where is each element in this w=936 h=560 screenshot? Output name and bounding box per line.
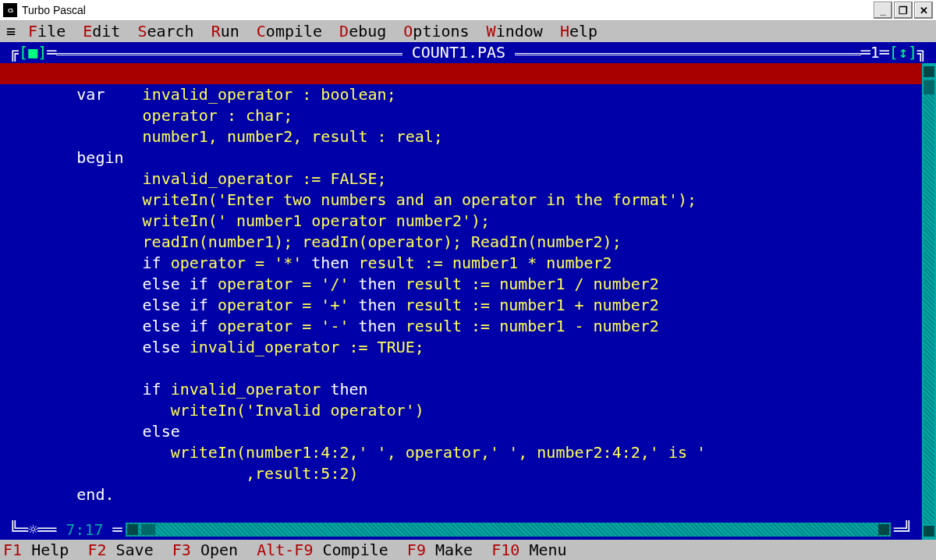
code-line: writeIn('Invalid operator') (11, 400, 922, 421)
code-line: end. (11, 484, 922, 505)
menu-bar: ≡ FileEditSearchRunCompileDebugOptionsWi… (0, 21, 936, 42)
code-line: else if operator = '+' then result := nu… (11, 295, 922, 316)
editor-close-box[interactable]: [■] (19, 43, 47, 62)
code-line: writeIn(number1:4:2,' ', operator,' ', n… (11, 442, 922, 463)
close-button[interactable]: ✕ (914, 2, 933, 19)
shortcut-key[interactable]: F10 (491, 541, 519, 559)
menu-item-compile[interactable]: Compile (257, 22, 322, 41)
editor-frame-top: ╔[■]═ COUNT1.PAS ═1═[↕]╗ (0, 42, 936, 63)
shortcut-key[interactable]: F2 (87, 541, 106, 559)
code-line: number1, number2, result : real; (11, 126, 922, 147)
code-line: else invalid_operator := TRUE; (11, 337, 922, 358)
code-line: operator : char; (11, 105, 922, 126)
dos-screen: ≡ FileEditSearchRunCompileDebugOptionsWi… (0, 21, 936, 560)
code-line (11, 358, 922, 379)
shortcut-label[interactable]: Help (22, 541, 87, 559)
editor-zoom-box[interactable]: [↕] (889, 43, 917, 62)
code-line: var invalid_operator : boolean; (11, 84, 922, 105)
hscroll-thumb[interactable] (141, 524, 155, 535)
editor-window-number: 1 (870, 43, 880, 62)
menu-item-window[interactable]: Window (487, 22, 543, 41)
vscroll-thumb[interactable] (924, 80, 934, 94)
code-line: else if operator = '-' then result := nu… (11, 316, 922, 337)
code-line: else (11, 421, 922, 442)
code-line: writeIn('Enter two numbers and an operat… (11, 190, 922, 211)
window-buttons: _ ❐ ✕ (874, 2, 933, 19)
code-line: if invalid_operator then (11, 379, 922, 400)
code-line: begin (11, 147, 922, 168)
shortcut-label[interactable]: Make (426, 541, 491, 559)
code-line: writeIn(' number1 operator number2'); (11, 211, 922, 232)
menu-item-file[interactable]: File (28, 22, 66, 41)
code-line: else if operator = '/' then result := nu… (11, 274, 922, 295)
os-titlebar: C\ Turbo Pascal _ ❐ ✕ (0, 0, 936, 21)
menu-item-search[interactable]: Search (137, 22, 193, 41)
window-title: Turbo Pascal (22, 4, 86, 16)
menu-item-run[interactable]: Run (211, 22, 239, 41)
editor-filename: COUNT1.PAS (402, 42, 516, 63)
shortcut-key[interactable]: Alt-F9 (257, 541, 313, 559)
minimize-button[interactable]: _ (874, 2, 892, 19)
maximize-button[interactable]: ❐ (894, 2, 913, 19)
code-line: invalid_operator := FALSE; (11, 168, 922, 190)
app-icon: C\ (3, 3, 17, 17)
horizontal-scrollbar[interactable] (126, 523, 891, 537)
cursor-position: 7:17 (66, 520, 103, 539)
menu-item-help[interactable]: Help (560, 22, 597, 41)
menu-item-debug[interactable]: Debug (339, 22, 386, 41)
editor-frame-bottom: ╚═☼══ 7:17 ═ ═╝ (0, 519, 922, 540)
shortcut-key[interactable]: F1 (3, 541, 22, 559)
code-line: ,result:5:2) (11, 463, 922, 484)
shortcut-key[interactable]: F9 (407, 541, 426, 559)
shortcut-label[interactable]: Compile (313, 541, 406, 559)
modified-indicator-icon: ☼ (28, 520, 37, 539)
code-line: if operator = '*' then result := number1… (11, 253, 922, 274)
compile-error-bar: Error 3: Unknown identifier. (0, 63, 922, 84)
system-menu-icon[interactable]: ≡ (6, 21, 16, 42)
menu-item-options[interactable]: Options (403, 22, 469, 41)
code-line: readIn(number1); readIn(operator); ReadI… (11, 232, 922, 253)
vertical-scrollbar[interactable] (922, 63, 936, 540)
shortcut-label[interactable]: Menu (519, 541, 566, 559)
menu-item-edit[interactable]: Edit (83, 22, 120, 41)
editor-window: ╔[■]═ COUNT1.PAS ═1═[↕]╗ Error 3: Unknow… (0, 42, 936, 540)
code-editor[interactable]: var invalid_operator : boolean; operator… (0, 84, 922, 519)
